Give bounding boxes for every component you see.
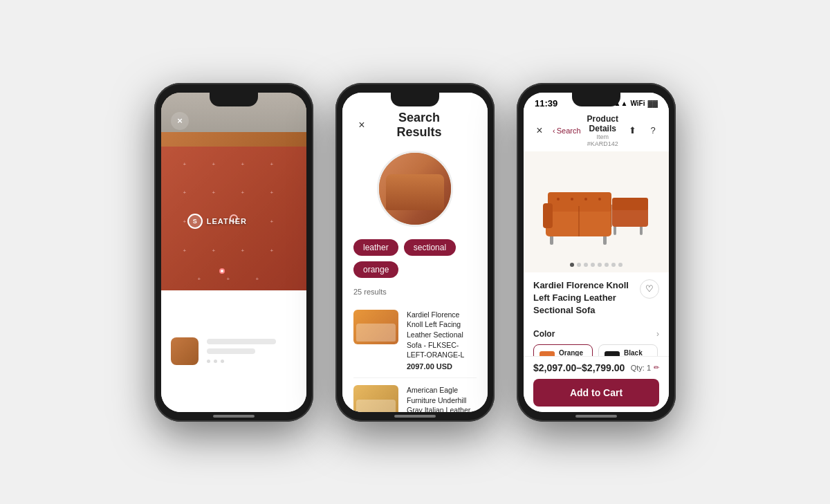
product-thumb-2 xyxy=(353,385,398,412)
price-cart-area: $2,097.00–$2,799.00 Qty: 1 ✏ Add to Cart xyxy=(524,356,669,412)
product-detail-screen: 11:39 ▲▲▲ WiFi ▓▓ × ‹ Search Produc xyxy=(524,93,669,412)
search-header: × Search Results xyxy=(342,102,488,145)
color-swatch-black xyxy=(605,351,620,356)
add-to-cart-button[interactable]: Add to Cart xyxy=(533,379,659,407)
color-name-orange: Orange xyxy=(559,349,587,355)
phone-1-notch xyxy=(210,93,258,106)
ar-label-text: LEATHER xyxy=(207,217,247,225)
color-name-black: Black xyxy=(624,349,652,355)
ar-product-price-placeholder xyxy=(207,348,255,354)
ar-center-dot xyxy=(219,268,225,274)
image-dots xyxy=(570,263,622,267)
detail-close-button[interactable]: × xyxy=(532,123,547,138)
color-label: Color xyxy=(533,329,555,339)
search-reference-image xyxy=(377,151,453,227)
product-info-2: American Eagle Furniture Underhill Gray … xyxy=(407,385,477,412)
help-button[interactable]: ? xyxy=(645,123,661,138)
image-dot-4 xyxy=(591,263,595,267)
sofa-svg xyxy=(537,177,655,246)
sofa-mini-1 xyxy=(353,310,398,344)
ar-screen: × S LEATHER + + xyxy=(161,93,306,412)
ar-label-icon: S xyxy=(187,214,203,229)
color-option-black[interactable]: Black $2,799.00 xyxy=(598,344,658,355)
product-item-2[interactable]: American Eagle Furniture Underhill Gray … xyxy=(353,378,477,412)
price-range: $2,097.00–$2,799.00 xyxy=(533,362,625,373)
qty-label: Qty: 1 xyxy=(631,364,651,372)
back-label: Search xyxy=(557,127,581,135)
ar-product-name-placeholder xyxy=(207,339,276,344)
image-dot-6 xyxy=(605,263,609,267)
ar-product-info xyxy=(207,339,276,363)
ar-loading-indicator xyxy=(207,360,276,363)
svg-point-11 xyxy=(557,198,560,200)
detail-action-buttons: ⬆ ? xyxy=(625,123,661,138)
ar-close-button[interactable]: × xyxy=(171,112,189,130)
tag-sectional[interactable]: sectional xyxy=(404,239,456,256)
detail-item-number: Item #KARD142 xyxy=(587,133,619,147)
image-dot-8 xyxy=(618,263,622,267)
svg-rect-3 xyxy=(640,225,643,235)
tags-container: leather sectional orange xyxy=(342,232,488,285)
results-count: 25 results xyxy=(342,285,488,299)
ar-bottom-panel xyxy=(161,290,306,412)
svg-point-12 xyxy=(571,198,573,200)
color-info-black: Black $2,799.00 xyxy=(624,349,652,355)
ar-item-label: S LEATHER xyxy=(187,214,247,229)
product-name-2: American Eagle Furniture Underhill Gray … xyxy=(407,385,477,412)
sofa-mini-2 xyxy=(353,385,398,412)
image-dot-7 xyxy=(611,263,616,267)
search-results-screen: × Search Results leather sectional orang… xyxy=(342,93,488,412)
product-thumb-1 xyxy=(353,310,398,344)
color-options: Orange $2,097.00 Black $2,799.00 xyxy=(533,344,659,355)
phone-2-home-bar xyxy=(394,415,436,418)
color-section: Color › Orange $2,097.00 xyxy=(533,329,659,355)
image-dot-3 xyxy=(584,263,588,267)
phone-1-screen: × S LEATHER + + xyxy=(161,93,306,412)
status-time: 11:39 xyxy=(535,98,557,109)
image-dot-1 xyxy=(570,263,574,267)
color-chevron-icon: › xyxy=(656,329,659,339)
phone-2-notch xyxy=(391,93,439,106)
product-name-1: Kardiel Florence Knoll Left Facing Leath… xyxy=(407,310,477,360)
tag-leather[interactable]: leather xyxy=(353,239,398,256)
tag-orange[interactable]: orange xyxy=(353,261,398,278)
qty-edit-icon: ✏ xyxy=(654,364,659,371)
ar-product-thumb xyxy=(171,337,199,365)
search-close-button[interactable]: × xyxy=(353,117,370,133)
back-to-search[interactable]: ‹ Search xyxy=(553,127,581,135)
search-title: Search Results xyxy=(378,111,477,140)
phone-3: 11:39 ▲▲▲ WiFi ▓▓ × ‹ Search Produc xyxy=(517,83,676,422)
product-price-1: 2097.00 USD xyxy=(407,362,477,371)
product-item-1[interactable]: Kardiel Florence Knoll Left Facing Leath… xyxy=(353,303,477,378)
svg-point-13 xyxy=(584,198,587,200)
color-option-orange[interactable]: Orange $2,097.00 xyxy=(533,344,593,355)
quantity-control[interactable]: Qty: 1 ✏ xyxy=(631,364,659,372)
search-image-container xyxy=(342,145,488,232)
svg-rect-8 xyxy=(612,198,648,210)
svg-rect-6 xyxy=(543,203,553,228)
product-info-1: Kardiel Florence Knoll Left Facing Leath… xyxy=(407,310,477,371)
phone-1-home-bar xyxy=(213,415,255,418)
sofa-shape xyxy=(386,174,443,210)
detail-nav: × ‹ Search Product Details Item #KARD142… xyxy=(524,111,669,151)
detail-page-title: Product Details xyxy=(587,114,619,133)
color-section-header: Color › xyxy=(533,329,659,339)
image-dot-5 xyxy=(598,263,602,267)
color-info-orange: Orange $2,097.00 xyxy=(559,349,587,355)
price-qty-row: $2,097.00–$2,799.00 Qty: 1 ✏ xyxy=(533,362,659,373)
svg-rect-2 xyxy=(614,225,616,235)
detail-title-area: Product Details Item #KARD142 xyxy=(587,114,619,147)
product-detail-name: Kardiel Florence Knoll Left Facing Leath… xyxy=(533,279,629,317)
battery-icon: ▓▓ xyxy=(647,100,658,107)
phone-3-home-bar xyxy=(575,415,617,418)
phone-3-screen: 11:39 ▲▲▲ WiFi ▓▓ × ‹ Search Produc xyxy=(524,93,669,412)
image-dot-2 xyxy=(577,263,581,267)
product-main-image xyxy=(537,177,655,246)
color-swatch-orange xyxy=(540,351,555,356)
wishlist-button[interactable]: ♡ xyxy=(640,279,659,299)
svg-point-14 xyxy=(598,198,601,200)
product-image-area xyxy=(524,151,669,272)
phone-2: × Search Results leather sectional orang… xyxy=(335,83,495,422)
share-button[interactable]: ⬆ xyxy=(625,123,640,138)
wifi-icon: WiFi xyxy=(630,100,645,107)
